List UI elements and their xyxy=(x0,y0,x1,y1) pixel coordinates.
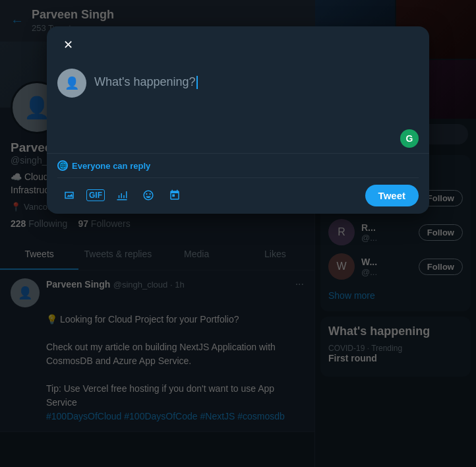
gif-tool[interactable]: GIF xyxy=(84,183,107,207)
poll-tool[interactable] xyxy=(110,183,134,207)
compose-placeholder: What's happening? xyxy=(94,69,419,96)
compose-actions: GIF Tweet xyxy=(57,183,419,207)
globe-icon: 🌐 xyxy=(57,160,68,171)
compose-body: 👤 What's happening? G xyxy=(47,63,429,153)
reply-setting[interactable]: 🌐 Everyone can reply xyxy=(57,160,419,178)
image-tool[interactable] xyxy=(57,183,81,207)
compose-avatar: 👤 xyxy=(57,69,86,98)
close-button[interactable]: ✕ xyxy=(57,34,78,55)
placeholder-text: What's happening? xyxy=(94,75,196,88)
compose-tools: GIF xyxy=(57,183,187,207)
compose-modal-header: ✕ xyxy=(47,26,429,63)
emoji-tool[interactable] xyxy=(136,183,160,207)
compose-input-area[interactable]: What's happening? G xyxy=(94,69,419,148)
modal-overlay[interactable]: ✕ 👤 What's happening? G 🌐 Everyone can r… xyxy=(0,0,476,467)
compose-footer: 🌐 Everyone can reply GIF xyxy=(47,153,429,214)
grammarly-icon: G xyxy=(400,129,419,148)
tweet-button[interactable]: Tweet xyxy=(365,185,419,206)
text-cursor xyxy=(196,76,198,89)
reply-setting-text: Everyone can reply xyxy=(72,161,150,171)
compose-modal: ✕ 👤 What's happening? G 🌐 Everyone can r… xyxy=(47,26,429,214)
schedule-tool[interactable] xyxy=(163,183,187,207)
